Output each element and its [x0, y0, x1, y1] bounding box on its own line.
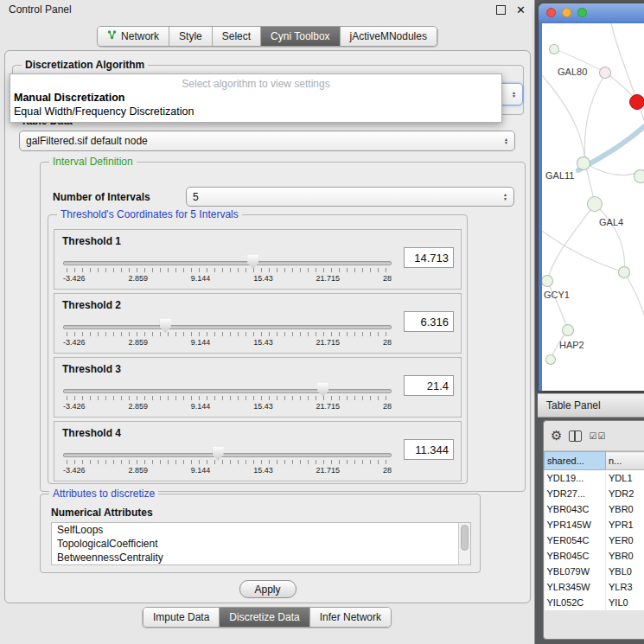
- table-data-combobox[interactable]: galFiltered.sif default node ▲▼: [19, 131, 515, 151]
- bottom-tab-infer-network[interactable]: Infer Network: [309, 608, 391, 627]
- gear-icon[interactable]: ⚙: [551, 428, 562, 443]
- interval-definition-group: Interval Definition Number of Intervals …: [40, 162, 526, 492]
- network-node[interactable]: [618, 266, 630, 278]
- slider-thumb[interactable]: [247, 255, 258, 269]
- table-cell[interactable]: YPR145W: [545, 517, 606, 532]
- table-cell[interactable]: YBR045C: [545, 548, 606, 564]
- number-of-intervals-value: 5: [193, 191, 500, 203]
- network-node[interactable]: [599, 67, 611, 79]
- threshold-slider[interactable]: -3.4262.8599.14415.4321.71528: [63, 382, 392, 413]
- table-cell[interactable]: YLR3: [606, 579, 644, 595]
- bottom-tab-impute-data[interactable]: Impute Data: [143, 608, 219, 627]
- network-node[interactable]: [577, 156, 590, 170]
- table-cell[interactable]: YBL0: [606, 564, 644, 579]
- table-row[interactable]: YBR043CYBR0: [545, 501, 644, 517]
- table-row[interactable]: YER054CYER0: [545, 532, 644, 548]
- attribute-item-betweennesscentrality[interactable]: BetweennessCentrality: [52, 551, 470, 564]
- network-node-highlighted[interactable]: [629, 94, 644, 110]
- threshold-value-field[interactable]: 21.4: [404, 375, 454, 396]
- network-node[interactable]: [562, 324, 574, 336]
- slider-thumb[interactable]: [317, 383, 328, 397]
- slider-thumb[interactable]: [213, 447, 224, 461]
- table-cell[interactable]: YDL19...: [545, 470, 606, 487]
- threshold-value-field[interactable]: 6.316: [404, 311, 454, 332]
- network-node[interactable]: [549, 44, 559, 54]
- threshold-value-field[interactable]: 11.344: [404, 439, 454, 460]
- table-cell[interactable]: YDL1: [606, 470, 644, 487]
- tick-label: 2.859: [128, 338, 148, 347]
- combo-arrows-icon: ▲▼: [504, 137, 508, 145]
- slider-track[interactable]: [63, 325, 392, 329]
- threshold-value-field[interactable]: 14.713: [404, 247, 454, 268]
- slider-track[interactable]: [63, 261, 392, 265]
- table-cell[interactable]: YPR1: [606, 517, 644, 532]
- network-window-titlebar[interactable]: [539, 3, 644, 22]
- column-layout-icon[interactable]: [569, 430, 582, 442]
- threshold-slider[interactable]: -3.4262.8599.14415.4321.71528: [63, 254, 392, 285]
- network-canvas[interactable]: GAL80GAL11GAL4GCY1HAP2: [542, 23, 644, 391]
- top-tab-network[interactable]: Network: [98, 27, 169, 46]
- top-tab-jactivemnodules[interactable]: jActiveMNodules: [340, 27, 437, 46]
- table-cell[interactable]: YBR043C: [545, 501, 606, 517]
- table-panel-title: Table Panel: [546, 399, 601, 411]
- select-columns-icon[interactable]: ☑☑: [589, 431, 606, 441]
- threshold-slider[interactable]: -3.4262.8599.14415.4321.71528: [63, 446, 392, 477]
- interval-definition-group-title: Interval Definition: [49, 156, 137, 168]
- network-node[interactable]: [634, 169, 644, 183]
- table-cell[interactable]: YIL0: [606, 595, 644, 610]
- network-node-label-gal11: GAL11: [545, 170, 574, 181]
- table-row[interactable]: YIL052CYIL0: [545, 595, 644, 610]
- top-tab-cyni-toolbox[interactable]: Cyni Toolbox: [260, 27, 339, 46]
- top-tab-bar: NetworkStyleSelectCyni ToolboxjActiveMNo…: [97, 26, 437, 47]
- top-tab-select[interactable]: Select: [212, 27, 260, 46]
- float-window-icon[interactable]: [496, 5, 506, 15]
- list-scrollbar[interactable]: [458, 523, 470, 564]
- table-cell[interactable]: YBR0: [606, 501, 644, 517]
- column-header-name[interactable]: n...: [606, 452, 644, 470]
- table-header-row: shared... n...: [545, 452, 644, 470]
- column-header-shared-name[interactable]: shared...: [545, 452, 606, 470]
- tab-label: Impute Data: [153, 611, 209, 623]
- table-cell[interactable]: YLR345W: [545, 579, 606, 595]
- table-cell[interactable]: YDR27...: [545, 486, 606, 501]
- table-row[interactable]: YDR27...YDR2: [545, 486, 644, 501]
- network-node[interactable]: [545, 354, 556, 365]
- network-node[interactable]: [587, 196, 603, 212]
- table-cell[interactable]: YBR0: [606, 548, 644, 564]
- numerical-attributes-list[interactable]: SelfLoopsTopologicalCoefficientBetweenne…: [51, 522, 471, 565]
- close-traffic-light-icon[interactable]: [546, 8, 556, 17]
- number-of-intervals-combobox[interactable]: 5 ▲▼: [186, 187, 514, 207]
- dropdown-option-manual-discretization[interactable]: Manual Discretization: [10, 91, 501, 105]
- table-row[interactable]: YPR145WYPR1: [545, 517, 644, 532]
- table-cell[interactable]: YER0: [606, 532, 644, 548]
- table-row[interactable]: YBL079WYBL0: [545, 564, 644, 579]
- table-cell[interactable]: YDR2: [606, 486, 644, 501]
- dropdown-option-equal-width-frequency[interactable]: Equal Width/Frequency Discretization: [10, 105, 501, 118]
- numerical-attributes-label: Numerical Attributes: [51, 507, 153, 519]
- slider-thumb[interactable]: [160, 319, 171, 333]
- minimize-traffic-light-icon[interactable]: [562, 8, 571, 17]
- top-tab-style[interactable]: Style: [169, 27, 212, 46]
- apply-button[interactable]: Apply: [239, 580, 296, 598]
- network-icon: [107, 30, 117, 42]
- threshold-slider[interactable]: -3.4262.8599.14415.4321.71528: [63, 318, 392, 349]
- table-row[interactable]: YLR345WYLR3: [545, 579, 644, 595]
- table-row[interactable]: YDL19...YDL1: [545, 470, 644, 487]
- table-cell[interactable]: YIL052C: [545, 595, 606, 610]
- tick-label: 15.43: [253, 402, 273, 411]
- table-cell[interactable]: YBL079W: [545, 564, 606, 579]
- slider-track[interactable]: [63, 453, 392, 457]
- attribute-item-selfloops[interactable]: SelfLoops: [52, 523, 470, 537]
- algorithm-dropdown-list: Select algorithm to view settings Manual…: [10, 73, 502, 123]
- attribute-item-topologicalcoefficient[interactable]: TopologicalCoefficient: [52, 537, 470, 551]
- close-icon[interactable]: ✕: [516, 3, 526, 16]
- table-cell[interactable]: YER054C: [545, 532, 606, 548]
- table-data-combobox-value: galFiltered.sif default node: [26, 135, 501, 147]
- table-row[interactable]: YBR045CYBR0: [545, 548, 644, 564]
- thresholds-group: Threshold's Coordinates for 5 Intervals …: [48, 214, 468, 484]
- bottom-tab-discretize-data[interactable]: Discretize Data: [219, 608, 309, 627]
- scrollbar-thumb[interactable]: [461, 525, 469, 551]
- zoom-traffic-light-icon[interactable]: [577, 8, 587, 17]
- tick-label: 15.43: [253, 466, 273, 475]
- slider-track[interactable]: [63, 389, 392, 393]
